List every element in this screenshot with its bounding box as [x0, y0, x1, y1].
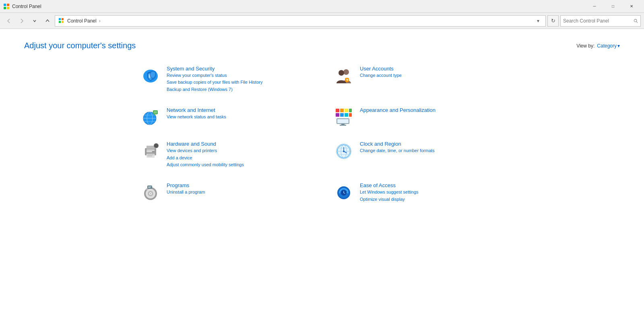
category-hardware-sound[interactable]: Hardware and Sound View devices and prin… [141, 138, 310, 171]
category-ease-access[interactable]: Ease of Access Let Windows suggest setti… [334, 179, 503, 206]
svg-point-57 [150, 193, 151, 194]
view-by-arrow: ▾ [617, 43, 620, 49]
clock-region-icon [334, 141, 353, 160]
clock-region-text: Clock and Region Change date, time, or n… [360, 141, 435, 154]
search-input[interactable] [563, 18, 632, 24]
title-bar: Control Panel ─ □ ✕ [0, 0, 644, 13]
maximize-button[interactable]: □ [604, 0, 622, 13]
forward-button[interactable] [16, 15, 27, 27]
address-path: Control Panel [67, 18, 97, 24]
appearance-title[interactable]: Appearance and Personalization [360, 107, 436, 113]
svg-rect-28 [345, 113, 348, 117]
view-by-label: View by: [576, 43, 594, 49]
svg-rect-37 [147, 146, 155, 149]
programs-text: Programs Uninstall a program [167, 182, 205, 195]
main-content: Adjust your computer's settings View by:… [0, 29, 644, 218]
up-icon [45, 19, 50, 23]
hardware-sound-text: Hardware and Sound View devices and prin… [167, 141, 244, 168]
window-title: Control Panel [12, 4, 41, 9]
system-security-text: System and Security Review your computer… [167, 66, 262, 93]
refresh-button[interactable]: ↻ [547, 15, 559, 27]
svg-rect-7 [62, 21, 64, 23]
svg-rect-27 [340, 113, 344, 117]
clock-region-title[interactable]: Clock and Region [360, 141, 435, 147]
svg-rect-31 [337, 119, 349, 123]
svg-point-43 [156, 145, 157, 146]
svg-rect-23 [340, 109, 344, 112]
back-button[interactable] [3, 15, 14, 27]
svg-rect-33 [340, 125, 346, 126]
title-bar-left: Control Panel [3, 3, 41, 10]
programs-link-0[interactable]: Uninstall a program [167, 189, 205, 195]
ease-access-text: Ease of Access Let Windows suggest setti… [360, 182, 419, 202]
system-security-icon [141, 66, 160, 85]
system-security-link-2[interactable]: Backup and Restore (Windows 7) [167, 87, 262, 93]
ease-access-link-1[interactable]: Optimize visual display [360, 196, 419, 202]
refresh-icon: ↻ [551, 18, 555, 24]
svg-point-12 [339, 70, 344, 76]
forward-icon [20, 18, 24, 24]
clock-region-link-0[interactable]: Change date, time, or number formats [360, 148, 435, 154]
network-internet-link-0[interactable]: View network status and tasks [167, 114, 226, 120]
category-programs[interactable]: Programs Uninstall a program [141, 179, 310, 206]
svg-rect-2 [4, 7, 6, 9]
programs-title[interactable]: Programs [167, 182, 205, 188]
network-internet-icon [141, 107, 160, 126]
address-bar[interactable]: Control Panel › ▾ [55, 15, 546, 27]
category-appearance[interactable]: Appearance and Personalization [334, 104, 503, 130]
svg-rect-24 [345, 109, 348, 112]
window-controls: ─ □ ✕ [585, 0, 641, 13]
svg-point-66 [343, 192, 344, 193]
network-internet-text: Network and Internet View network status… [167, 107, 226, 120]
category-user-accounts[interactable]: User Accounts Change account type [334, 62, 503, 96]
app-icon [3, 3, 10, 10]
hardware-sound-link-2[interactable]: Adjust commonly used mobility settings [167, 162, 244, 168]
view-by-control: View by: Category ▾ [576, 43, 620, 49]
view-by-dropdown[interactable]: Category ▾ [597, 43, 620, 49]
back-icon [7, 18, 11, 24]
svg-rect-29 [349, 113, 352, 117]
minimize-button[interactable]: ─ [585, 0, 604, 13]
svg-rect-40 [147, 156, 152, 156]
programs-icon [141, 182, 160, 202]
page-header: Adjust your computer's settings View by:… [24, 41, 620, 50]
system-security-link-1[interactable]: Save backup copies of your files with Fi… [167, 79, 262, 85]
system-security-title[interactable]: System and Security [167, 66, 262, 72]
ease-access-icon [334, 182, 353, 202]
search-icon [634, 19, 638, 23]
nav-dropdown-button[interactable] [29, 15, 40, 27]
svg-line-9 [636, 21, 638, 23]
user-accounts-link-0[interactable]: Change account type [360, 72, 402, 78]
address-dropdown-button[interactable]: ▾ [534, 18, 542, 24]
system-security-link-0[interactable]: Review your computer's status [167, 72, 262, 78]
category-clock-region[interactable]: Clock and Region Change date, time, or n… [334, 138, 503, 171]
hardware-sound-link-1[interactable]: Add a device [167, 155, 244, 161]
svg-rect-5 [62, 18, 64, 20]
svg-point-11 [343, 69, 349, 75]
ease-access-title[interactable]: Ease of Access [360, 182, 419, 188]
page-title: Adjust your computer's settings [24, 41, 136, 50]
appearance-icon [334, 107, 353, 126]
search-bar [560, 15, 641, 27]
address-arrow: › [99, 18, 101, 24]
svg-rect-3 [7, 7, 9, 9]
user-accounts-text: User Accounts Change account type [360, 66, 402, 78]
categories-grid: System and Security Review your computer… [141, 62, 503, 206]
appearance-text: Appearance and Personalization [360, 107, 436, 113]
hardware-sound-title[interactable]: Hardware and Sound [167, 141, 244, 147]
network-internet-title[interactable]: Network and Internet [167, 107, 226, 113]
svg-rect-1 [7, 4, 9, 6]
view-by-value-text: Category [597, 43, 617, 49]
svg-rect-58 [147, 186, 152, 189]
nav-dropdown-icon [33, 20, 36, 22]
svg-rect-0 [4, 4, 6, 6]
ease-access-link-0[interactable]: Let Windows suggest settings [360, 189, 419, 195]
hardware-sound-link-0[interactable]: View devices and printers [167, 148, 244, 154]
category-system-security[interactable]: System and Security Review your computer… [141, 62, 310, 96]
up-button[interactable] [42, 15, 53, 27]
svg-rect-6 [59, 21, 61, 23]
category-network-internet[interactable]: Network and Internet View network status… [141, 104, 310, 130]
close-button[interactable]: ✕ [622, 0, 641, 13]
user-accounts-title[interactable]: User Accounts [360, 66, 402, 72]
user-accounts-icon [334, 66, 353, 85]
